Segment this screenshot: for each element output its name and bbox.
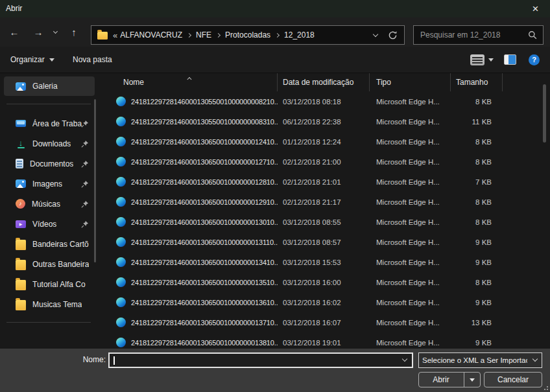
address-bar[interactable]: « ALFANOVACRUZ NFE Protocoladas 12_2018 <box>91 25 405 45</box>
view-dropdown-caret-icon[interactable] <box>488 58 494 62</box>
file-row[interactable]: 2418122972814600013065001000000013110...… <box>101 232 550 252</box>
edge-file-icon <box>116 217 126 227</box>
sidebar-item-m-sicas[interactable]: Músicas <box>4 194 95 214</box>
refresh-button[interactable] <box>388 30 398 40</box>
file-type-select[interactable]: Selecione o XML a Ser Importac <box>418 352 542 368</box>
sidebar-item-imagens[interactable]: Imagens <box>4 174 95 194</box>
column-header-label: Tipo <box>376 78 391 87</box>
filename-input[interactable] <box>110 354 412 367</box>
sidebar-item-v-deos[interactable]: Vídeos <box>4 214 95 234</box>
address-dropdown-chevron-icon[interactable] <box>373 31 378 36</box>
breadcrumb-chevron-icon[interactable] <box>216 32 221 37</box>
breadcrumb-segment[interactable]: ALFANOVACRUZ <box>120 30 182 40</box>
file-name: 2418122972814600013065001000000012810... <box>131 178 278 186</box>
breadcrumb-overflow-icon[interactable]: « <box>113 30 117 40</box>
file-list-body: 2418122972814600013055001000000008210...… <box>101 91 550 349</box>
open-button[interactable]: Abrir <box>418 372 481 387</box>
sidebar-item-label: Documentos <box>30 159 73 168</box>
help-icon[interactable]: ? <box>529 54 540 65</box>
column-header[interactable]: Nome <box>101 73 278 91</box>
sidebar-item--rea-de-traba[interactable]: Área de Traba <box>4 113 95 133</box>
back-button[interactable]: ← <box>5 17 23 47</box>
file-size: 8 KB <box>451 218 503 226</box>
file-type: Microsoft Edge H... <box>370 279 451 286</box>
column-header[interactable]: Tamanho <box>451 73 503 91</box>
filename-label: Nome: <box>65 352 106 367</box>
file-type-chevron-icon <box>532 356 538 362</box>
sidebar-item-bandeiras-cart-[interactable]: Bandeiras Cartõ <box>4 234 95 254</box>
breadcrumb-segment[interactable]: 12_2018 <box>284 30 315 40</box>
list-header: Nome Data de modificação Tipo Tamanho <box>101 73 550 91</box>
new-folder-button[interactable]: Nova pasta <box>73 47 112 73</box>
breadcrumb-segment[interactable]: NFE <box>196 30 211 40</box>
file-name-cell: 2418122972814600013065001000000013710... <box>101 317 278 327</box>
edge-file-icon <box>116 297 126 307</box>
file-row[interactable]: 2418122972814600013055001000000008210...… <box>101 91 550 111</box>
file-type: Microsoft Edge H... <box>370 138 451 146</box>
file-size: 8 KB <box>451 158 503 166</box>
organize-button[interactable]: Organizar <box>10 47 54 73</box>
forward-button[interactable]: → <box>29 17 47 47</box>
sidebar-item-galeria[interactable]: Galeria <box>4 76 95 96</box>
file-row[interactable]: 2418122972814600013055001000000008310...… <box>101 111 550 132</box>
file-row[interactable]: 2418122972814600013065001000000013410...… <box>101 252 550 272</box>
navigation-row: ← → ↑ « ALFANOVACRUZ NFE Protocoladas 12… <box>0 17 550 47</box>
sidebar-item-documentos[interactable]: Documentos <box>4 154 95 174</box>
open-split-button[interactable] <box>464 373 480 387</box>
file-row[interactable]: 2418122972814600013065001000000012910...… <box>101 192 550 212</box>
breadcrumb-segment[interactable]: Protocoladas <box>225 30 270 40</box>
list-scrollbar-thumb[interactable] <box>543 84 546 143</box>
resize-grip-icon[interactable] <box>542 384 549 391</box>
sidebar-item-label: Imagens <box>32 179 62 189</box>
file-size: 8 KB <box>451 279 503 286</box>
close-button[interactable]: × <box>521 0 550 17</box>
sidebar-item-label: Outras Bandeira <box>32 260 89 269</box>
pin-icon <box>81 220 89 228</box>
breadcrumb-chevron-icon[interactable] <box>187 32 191 37</box>
file-name: 2418122972814600013065001000000013510... <box>131 279 278 286</box>
file-row[interactable]: 2418122972814600013065001000000012410...… <box>101 132 550 152</box>
file-name-cell: 2418122972814600013055001000000008310... <box>101 117 278 126</box>
command-toolbar: Organizar Nova pasta ? <box>0 47 550 73</box>
file-row[interactable]: 2418122972814600013065001000000013510...… <box>101 272 550 292</box>
downloads-icon <box>16 139 26 149</box>
file-date: 03/12/2018 08:18 <box>278 98 370 106</box>
music-icon <box>16 199 25 209</box>
file-name: 2418122972814600013055001000000008210... <box>131 98 278 106</box>
sidebar-item-outras-bandeira[interactable]: Outras Bandeira <box>4 254 95 274</box>
up-button[interactable]: ↑ <box>65 17 83 47</box>
sidebar-scrollbar-thumb[interactable] <box>94 99 96 262</box>
column-header[interactable]: Tipo <box>370 73 451 91</box>
sidebar-item-tutorial-alfa-co[interactable]: Tutorial Alfa Co <box>4 274 95 294</box>
sidebar-item-musicas-tema[interactable]: Musicas Tema <box>4 294 95 314</box>
sidebar-item-downloads[interactable]: Downloads <box>4 133 95 154</box>
cancel-label: Cancelar <box>497 375 529 384</box>
breadcrumb-chevron-icon[interactable] <box>275 32 280 37</box>
videos-icon <box>16 220 26 228</box>
recent-locations-button[interactable] <box>48 17 62 47</box>
view-list-icon[interactable] <box>470 54 484 65</box>
file-row[interactable]: 2418122972814600013065001000000012810...… <box>101 172 550 192</box>
edge-file-icon <box>116 197 126 207</box>
preview-pane-icon[interactable] <box>504 54 516 65</box>
column-header[interactable]: Data de modificação <box>278 73 370 91</box>
file-date: 03/12/2018 19:01 <box>278 339 370 347</box>
sidebar-item-label: Galeria <box>32 82 58 91</box>
file-row[interactable]: 2418122972814600013065001000000013610...… <box>101 292 550 312</box>
edge-file-icon <box>116 137 126 146</box>
gallery-icon <box>16 82 26 91</box>
file-size: 8 KB <box>451 98 503 106</box>
file-row[interactable]: 2418122972814600013065001000000013010...… <box>101 212 550 232</box>
titlebar[interactable]: Abrir × <box>0 0 550 17</box>
desktop-icon <box>16 120 26 127</box>
search-box[interactable] <box>413 25 544 45</box>
folder-icon <box>16 260 26 270</box>
filename-field[interactable] <box>108 352 413 368</box>
file-row[interactable]: 2418122972814600013065001000000013810...… <box>101 332 550 349</box>
file-name-cell: 2418122972814600013065001000000012710... <box>101 157 278 167</box>
file-row[interactable]: 2418122972814600013065001000000013710...… <box>101 312 550 332</box>
cancel-button[interactable]: Cancelar <box>484 372 542 387</box>
search-input[interactable] <box>420 30 528 40</box>
file-row[interactable]: 2418122972814600013065001000000012710...… <box>101 152 550 172</box>
file-list: Nome Data de modificação Tipo Tamanho 24… <box>101 73 550 349</box>
